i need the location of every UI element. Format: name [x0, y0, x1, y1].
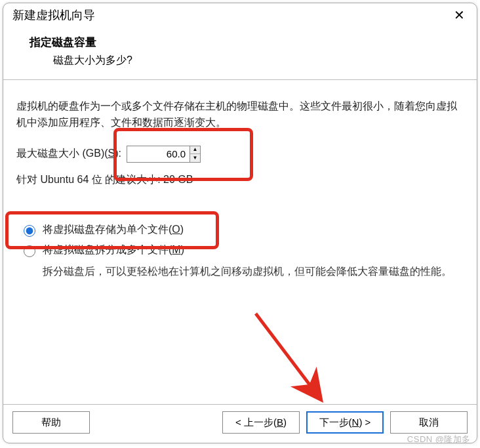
disk-storage-options: 将虚拟磁盘存储为单个文件(O) 将虚拟磁盘拆分成多个文件(M) 拆分磁盘后，可以… [20, 223, 464, 280]
split-description: 拆分磁盘后，可以更轻松地在计算机之间移动虚拟机，但可能会降低大容量磁盘的性能。 [43, 264, 464, 280]
close-icon[interactable]: ✕ [451, 9, 468, 22]
disk-size-input[interactable] [127, 146, 190, 162]
wizard-content: 虚拟机的硬盘作为一个或多个文件存储在主机的物理磁盘中。这些文件最初很小，随着您向… [3, 80, 477, 404]
titlebar: 新建虚拟机向导 ✕ [3, 3, 477, 26]
back-button[interactable]: < 上一步(B) [222, 411, 300, 434]
help-button[interactable]: 帮助 [12, 411, 90, 434]
spinner-arrows: ▲ ▼ [190, 146, 200, 162]
spinner-down-icon[interactable]: ▼ [190, 154, 200, 162]
radio-split-files-input[interactable] [24, 245, 35, 257]
radio-split-files[interactable]: 将虚拟磁盘拆分成多个文件(M) [20, 243, 464, 257]
disk-size-spinner[interactable]: ▲ ▼ [127, 146, 201, 163]
radio-split-files-label: 将虚拟磁盘拆分成多个文件(M) [43, 243, 184, 257]
max-size-label: 最大磁盘大小 (GB)(S): [16, 147, 121, 161]
radio-single-file[interactable]: 将虚拟磁盘存储为单个文件(O) [20, 223, 464, 237]
disk-description: 虚拟机的硬盘作为一个或多个文件存储在主机的物理磁盘中。这些文件最初很小，随着您向… [16, 98, 464, 131]
wizard-window: 新建虚拟机向导 ✕ 指定磁盘容量 磁盘大小为多少? 虚拟机的硬盘作为一个或多个文… [3, 3, 477, 443]
wizard-header: 指定磁盘容量 磁盘大小为多少? [3, 26, 477, 80]
page-subheading: 磁盘大小为多少? [30, 54, 464, 68]
watermark: CSDN @隆加多 [407, 434, 471, 445]
window-title: 新建虚拟机向导 [12, 7, 451, 23]
radio-single-file-label: 将虚拟磁盘存储为单个文件(O) [43, 223, 184, 237]
max-size-row: 最大磁盘大小 (GB)(S): ▲ ▼ [16, 146, 464, 163]
wizard-footer: 帮助 < 上一步(B) 下一步(N) > 取消 [3, 404, 477, 443]
page-heading: 指定磁盘容量 [30, 35, 464, 50]
next-button[interactable]: 下一步(N) > [306, 411, 384, 434]
recommended-size: 针对 Ubuntu 64 位 的建议大小: 20 GB [16, 173, 464, 187]
cancel-button[interactable]: 取消 [390, 411, 468, 434]
spinner-up-icon[interactable]: ▲ [190, 146, 200, 155]
radio-single-file-input[interactable] [24, 225, 35, 237]
